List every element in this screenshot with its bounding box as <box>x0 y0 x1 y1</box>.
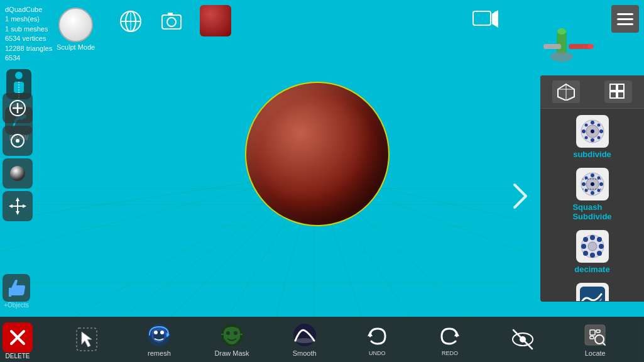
svg-marker-53 <box>23 204 26 208</box>
svg-point-93 <box>583 251 588 256</box>
svg-point-64 <box>591 138 594 142</box>
locate-button[interactable]: Locate <box>576 322 614 357</box>
squash-subdivide-icon <box>576 168 609 200</box>
sculpt-mode-button[interactable]: Sculpt Mode <box>57 8 95 51</box>
right-panel: subdivide <box>540 75 644 302</box>
svg-point-92 <box>597 237 602 242</box>
subdivide-icon-svg <box>579 118 606 145</box>
redo-svg <box>437 322 463 349</box>
3d-sphere <box>245 82 390 226</box>
add-objects-icon <box>3 274 30 302</box>
add-objects-label: +Objects <box>4 302 29 309</box>
svg-point-65 <box>582 129 586 133</box>
smooth-tool-svg <box>292 322 318 348</box>
smooth-tool-button[interactable]: Smooth <box>286 322 324 357</box>
circle-tool-button[interactable] <box>3 126 33 156</box>
redo-button[interactable]: REDO <box>431 322 469 356</box>
svg-rect-33 <box>569 44 591 49</box>
camera-icon <box>160 9 183 33</box>
svg-point-68 <box>597 124 600 127</box>
material-button[interactable] <box>3 158 33 189</box>
subdivide-item[interactable]: subdivide <box>543 111 641 163</box>
svg-point-108 <box>226 331 230 335</box>
transform-icon <box>9 197 26 215</box>
hide-show-button[interactable] <box>504 326 542 353</box>
svg-point-82 <box>591 182 594 186</box>
smooth-tool-label: Smooth <box>293 349 317 357</box>
select-tool-button[interactable] <box>68 326 106 353</box>
svg-rect-35 <box>543 44 561 49</box>
left-toolbar <box>3 63 33 221</box>
svg-point-74 <box>591 173 594 177</box>
panel-items-list: subdivide <box>540 109 644 301</box>
add-objects-button[interactable]: +Objects <box>3 274 30 309</box>
draw-mask-button[interactable]: Draw Mask <box>213 322 251 357</box>
svg-point-67 <box>584 124 587 127</box>
remesh-button[interactable]: remesh <box>140 322 178 357</box>
panel-arrow-button[interactable] <box>506 182 534 210</box>
panel-header <box>540 75 644 109</box>
svg-marker-100 <box>82 332 92 347</box>
undo-svg <box>364 322 390 349</box>
svg-point-71 <box>591 129 594 133</box>
svg-point-69 <box>584 136 587 140</box>
svg-point-104 <box>154 331 158 334</box>
delete-button[interactable]: DELETE <box>3 322 33 359</box>
remesh-icon <box>146 322 172 348</box>
locate-label: Locate <box>585 349 606 357</box>
svg-point-88 <box>590 253 595 258</box>
object-preview-button[interactable] <box>200 5 231 36</box>
svg-point-91 <box>583 237 588 242</box>
bottom-toolbar: DELETE <box>0 317 644 362</box>
smooth-icon <box>576 283 609 301</box>
globe-icon <box>118 9 143 34</box>
delete-icon <box>3 322 33 353</box>
add-button[interactable] <box>3 93 33 123</box>
globe-button[interactable] <box>118 9 143 36</box>
svg-point-34 <box>587 44 594 49</box>
hamburger-menu-button[interactable] <box>611 5 639 33</box>
cube-view-tab[interactable] <box>552 80 580 103</box>
svg-marker-51 <box>16 211 19 215</box>
svg-point-47 <box>10 166 25 181</box>
hamburger-line-2 <box>617 18 633 20</box>
svg-point-63 <box>591 121 594 124</box>
squash-subdivide-item[interactable]: SquashSubdivide <box>543 164 641 225</box>
svg-point-109 <box>234 331 237 335</box>
undo-button[interactable]: UNDO <box>358 322 396 356</box>
smooth-item[interactable]: smooth <box>543 279 641 301</box>
svg-point-87 <box>590 235 595 240</box>
svg-point-76 <box>582 182 586 186</box>
svg-rect-27 <box>473 11 491 25</box>
svg-rect-60 <box>618 92 624 98</box>
mask-svg <box>219 322 245 348</box>
svg-marker-52 <box>9 204 13 208</box>
svg-point-77 <box>599 182 603 186</box>
camera-record-button[interactable] <box>472 8 499 33</box>
hamburger-line-3 <box>617 23 633 25</box>
svg-point-94 <box>597 251 602 256</box>
subdivide-label: subdivide <box>573 150 611 159</box>
chevron-right-icon <box>511 182 530 210</box>
cursor-icon <box>74 326 100 353</box>
3d-viewport[interactable]: dQuadCube 1 mesh(es) 1 sub meshes 6534 v… <box>0 0 644 362</box>
undo-label: UNDO <box>369 350 386 356</box>
remesh-label: remesh <box>148 349 171 357</box>
redo-label: REDO <box>442 350 458 356</box>
smooth-icon-svg <box>579 285 606 301</box>
grid-view-tab[interactable] <box>604 80 632 103</box>
transform-gizmo <box>531 25 606 69</box>
add-icon <box>9 99 26 117</box>
hide-show-icon <box>510 326 536 353</box>
transform-button[interactable] <box>3 191 33 221</box>
delete-label: DELETE <box>6 353 30 359</box>
undo-icon <box>364 322 390 349</box>
svg-rect-31 <box>557 31 566 53</box>
draw-mask-label: Draw Mask <box>215 349 249 357</box>
svg-marker-50 <box>16 197 19 201</box>
smooth-tool-icon <box>292 322 318 348</box>
screenshot-button[interactable] <box>160 9 183 35</box>
cursor-svg <box>75 327 98 352</box>
decimate-item[interactable]: decimate <box>543 226 641 278</box>
material-icon <box>9 165 26 182</box>
